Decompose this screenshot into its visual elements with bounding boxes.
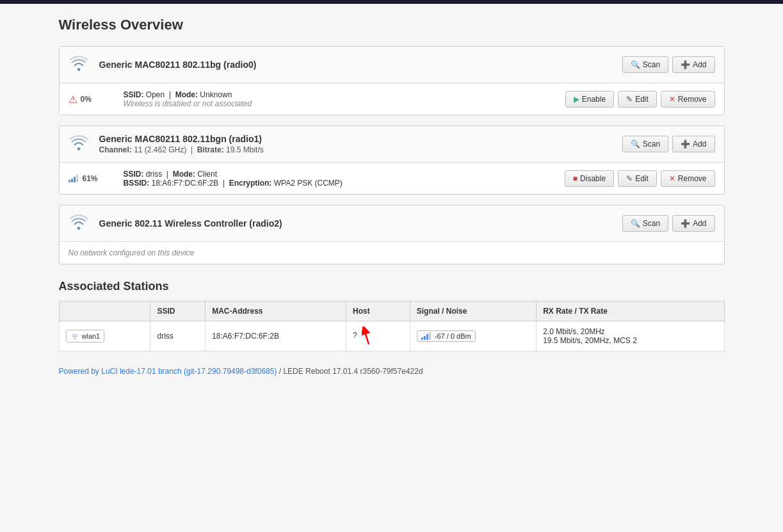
- radio1-row-buttons: ■ Disable ✎ Edit ✕ Remove: [565, 170, 715, 187]
- radio1-ssid-info: SSID: driss | Mode: Client BSSID: 18:A6:…: [124, 170, 565, 188]
- radio0-remove-button[interactable]: ✕ Remove: [661, 91, 715, 108]
- station-mac: 18:A6:F7:DC:6F:2B: [206, 321, 346, 351]
- radio1-scan-button[interactable]: 🔍 Scan: [622, 136, 668, 152]
- radio1-signal-pct: 61%: [83, 174, 98, 183]
- radio1-add-button[interactable]: ➕ Add: [672, 136, 714, 152]
- wireless-card-radio0: Generic MAC80211 802.11bg (radio0) 🔍 Sca…: [59, 46, 725, 115]
- radio1-detail: Channel: 11 (2.462 GHz) | Bitrate: 19.5 …: [99, 145, 622, 154]
- footer-link[interactable]: Powered by LuCI lede-17.01 branch (git-1…: [59, 367, 277, 376]
- col-header-host: Host: [346, 302, 410, 321]
- radio2-header: Generic 802.11 Wireless Controller (radi…: [60, 206, 724, 242]
- svg-line-4: [364, 330, 369, 344]
- wifi-icon-radio2: [69, 212, 92, 235]
- station-signal-bars: [421, 332, 431, 340]
- col-header-ssid: SSID: [150, 302, 206, 321]
- signal-pill: -67 / 0 dBm: [417, 330, 476, 342]
- bar2: [71, 179, 73, 182]
- remove-icon: ✕: [669, 95, 675, 104]
- col-header-interface: [59, 302, 150, 321]
- svg-point-3: [74, 338, 75, 339]
- radio2-device-info: Generic 802.11 Wireless Controller (radi…: [99, 218, 622, 229]
- radio2-name: Generic 802.11 Wireless Controller (radi…: [99, 218, 622, 229]
- radio2-no-network: No network configured on this device: [60, 242, 724, 264]
- edit-icon-r1: ✎: [626, 174, 633, 183]
- wireless-card-radio2: Generic 802.11 Wireless Controller (radi…: [59, 205, 725, 264]
- remove-icon-r1: ✕: [669, 174, 675, 183]
- edit-icon: ✎: [626, 95, 633, 104]
- wifi-icon-radio1: [69, 133, 92, 156]
- add-icon-r2: ➕: [681, 219, 690, 228]
- disable-icon: ■: [573, 174, 577, 183]
- add-icon: ➕: [681, 60, 690, 69]
- scan-icon: 🔍: [631, 60, 640, 69]
- disabled-icon: ⚠: [69, 93, 77, 106]
- radio0-edit-button[interactable]: ✎ Edit: [618, 91, 657, 108]
- radio0-signal-pct: 0%: [81, 95, 92, 104]
- radio1-device-info: Generic MAC80211 802.11bgn (radio1) Chan…: [99, 134, 622, 154]
- stations-table: SSID MAC-Address Host Signal / Noise RX …: [59, 301, 725, 351]
- radio1-network-row: 61% SSID: driss | Mode: Client BSSID: 18…: [60, 163, 724, 194]
- col-header-mac: MAC-Address: [206, 302, 346, 321]
- radio0-header-buttons: 🔍 Scan ➕ Add: [622, 56, 715, 73]
- col-header-signal: Signal / Noise: [410, 302, 536, 321]
- radio0-header: Generic MAC80211 802.11bg (radio0) 🔍 Sca…: [60, 47, 724, 83]
- footer: Powered by LuCI lede-17.01 branch (git-1…: [59, 367, 725, 376]
- stations-table-header: SSID MAC-Address Host Signal / Noise RX …: [59, 302, 724, 321]
- wlan-badge: wlan1: [66, 330, 105, 343]
- arrow-indicator: [362, 326, 376, 346]
- radio0-row-buttons: ▶ Enable ✎ Edit ✕ Remove: [565, 91, 715, 108]
- station-signal: -67 / 0 dBm: [410, 321, 536, 351]
- radio0-scan-button[interactable]: 🔍 Scan: [622, 56, 668, 73]
- add-icon-r1: ➕: [681, 140, 690, 149]
- radio0-add-button[interactable]: ➕ Add: [672, 56, 714, 73]
- stations-table-body: wlan1 driss 18:A6:F7:DC:6F:2B ?: [59, 321, 724, 351]
- wireless-card-radio1: Generic MAC80211 802.11bgn (radio1) Chan…: [59, 125, 725, 195]
- radio1-edit-button[interactable]: ✎ Edit: [618, 170, 657, 187]
- radio1-name: Generic MAC80211 802.11bgn (radio1): [99, 134, 622, 144]
- page-title: Wireless Overview: [59, 17, 725, 33]
- wlan-wifi-icon: [70, 332, 79, 341]
- radio1-disable-button[interactable]: ■ Disable: [565, 170, 614, 187]
- radio1-signal-badge: 61%: [69, 174, 113, 183]
- radio1-signal-bars: [69, 175, 78, 182]
- radio1-header-buttons: 🔍 Scan ➕ Add: [622, 136, 715, 152]
- radio0-device-info: Generic MAC80211 802.11bg (radio0): [99, 60, 622, 70]
- radio2-scan-button[interactable]: 🔍 Scan: [622, 215, 668, 232]
- radio1-remove-button[interactable]: ✕ Remove: [661, 170, 715, 187]
- radio0-signal-badge: ⚠ 0%: [69, 93, 113, 106]
- station-ssid: driss: [150, 321, 206, 351]
- bar3: [74, 177, 76, 182]
- station-host: ?: [346, 321, 410, 351]
- wifi-icon-radio0: [69, 53, 92, 76]
- station-interface: wlan1: [59, 321, 150, 351]
- scan-icon-r1: 🔍: [631, 140, 640, 149]
- svg-point-0: [77, 68, 80, 71]
- bar1: [69, 180, 70, 182]
- radio1-header: Generic MAC80211 802.11bgn (radio1) Chan…: [60, 126, 724, 163]
- associated-stations-title: Associated Stations: [59, 280, 725, 293]
- col-header-rate: RX Rate / TX Rate: [537, 302, 724, 321]
- radio0-enable-button[interactable]: ▶ Enable: [565, 91, 614, 108]
- page-content: Wireless Overview Generic MAC80211 802.1…: [40, 4, 744, 389]
- radio2-header-buttons: 🔍 Scan ➕ Add: [622, 215, 715, 232]
- svg-point-2: [77, 227, 80, 230]
- radio0-name: Generic MAC80211 802.11bg (radio0): [99, 60, 622, 70]
- scan-icon-r2: 🔍: [631, 219, 640, 228]
- station-rate: 2.0 Mbit/s, 20MHz 19.5 Mbit/s, 20MHz, MC…: [537, 321, 724, 351]
- enable-icon: ▶: [574, 95, 579, 104]
- svg-point-1: [77, 147, 80, 150]
- radio2-add-button[interactable]: ➕ Add: [672, 215, 714, 232]
- bar4: [76, 175, 78, 182]
- table-row: wlan1 driss 18:A6:F7:DC:6F:2B ?: [59, 321, 724, 351]
- radio0-ssid-info: SSID: Open | Mode: Unknown Wireless is d…: [124, 90, 565, 108]
- radio0-network-row: ⚠ 0% SSID: Open | Mode: Unknown Wireless…: [60, 83, 724, 115]
